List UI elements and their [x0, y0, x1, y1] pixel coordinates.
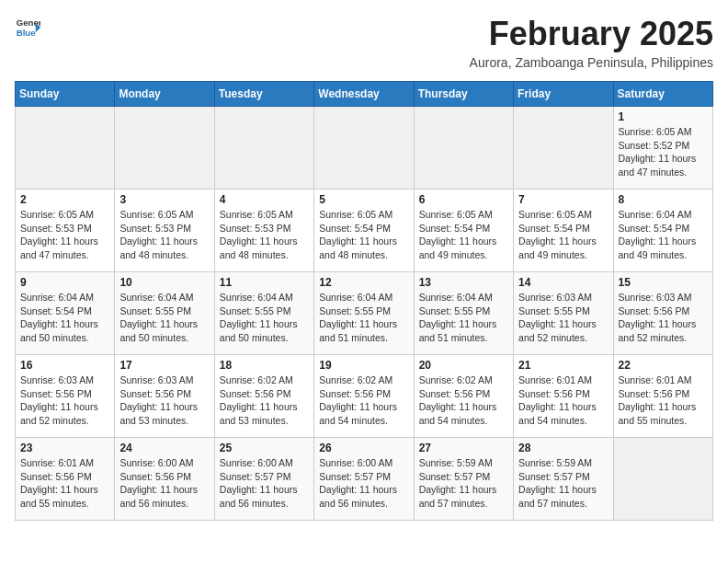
day-number: 22	[619, 359, 708, 372]
day-number: 1	[619, 110, 708, 123]
day-info: Sunrise: 6:03 AM Sunset: 5:55 PM Dayligh…	[518, 291, 608, 345]
calendar-day-cell	[115, 107, 214, 190]
calendar-day-cell: 3Sunrise: 6:05 AM Sunset: 5:53 PM Daylig…	[115, 190, 214, 272]
day-number: 4	[220, 193, 309, 206]
day-info: Sunrise: 6:05 AM Sunset: 5:53 PM Dayligh…	[20, 208, 109, 262]
calendar-day-cell: 5Sunrise: 6:05 AM Sunset: 5:54 PM Daylig…	[314, 190, 414, 272]
logo-icon: General Blue	[15, 15, 40, 40]
calendar-day-cell: 22Sunrise: 6:01 AM Sunset: 5:56 PM Dayli…	[613, 355, 712, 438]
day-number: 28	[518, 442, 608, 454]
day-info: Sunrise: 6:04 AM Sunset: 5:55 PM Dayligh…	[319, 291, 408, 345]
day-info: Sunrise: 6:03 AM Sunset: 5:56 PM Dayligh…	[20, 373, 109, 428]
calendar-day-cell	[314, 107, 414, 190]
day-info: Sunrise: 6:02 AM Sunset: 5:56 PM Dayligh…	[419, 373, 508, 428]
day-number: 16	[20, 359, 109, 372]
day-info: Sunrise: 6:03 AM Sunset: 5:56 PM Dayligh…	[119, 373, 209, 428]
day-of-week-header: Sunday	[16, 82, 115, 107]
page-header: General Blue February 2025 Aurora, Zambo…	[15, 15, 713, 70]
day-info: Sunrise: 6:05 AM Sunset: 5:53 PM Dayligh…	[220, 208, 309, 262]
location-subtitle: Aurora, Zamboanga Peninsula, Philippines	[470, 55, 713, 70]
logo: General Blue	[15, 15, 40, 40]
day-info: Sunrise: 6:04 AM Sunset: 5:54 PM Dayligh…	[20, 291, 109, 345]
calendar-week-row: 1Sunrise: 6:05 AM Sunset: 5:52 PM Daylig…	[16, 107, 713, 190]
day-number: 12	[319, 276, 408, 289]
calendar-week-row: 23Sunrise: 6:01 AM Sunset: 5:56 PM Dayli…	[16, 438, 713, 521]
calendar-day-cell: 12Sunrise: 6:04 AM Sunset: 5:55 PM Dayli…	[314, 272, 414, 355]
day-number: 8	[619, 193, 708, 206]
day-number: 14	[518, 276, 608, 289]
calendar-day-cell	[514, 107, 613, 190]
day-info: Sunrise: 6:05 AM Sunset: 5:53 PM Dayligh…	[119, 208, 209, 262]
day-number: 7	[518, 193, 608, 206]
calendar-day-cell: 2Sunrise: 6:05 AM Sunset: 5:53 PM Daylig…	[16, 190, 115, 272]
calendar-day-cell: 7Sunrise: 6:05 AM Sunset: 5:54 PM Daylig…	[514, 190, 613, 272]
day-of-week-header: Thursday	[414, 82, 513, 107]
calendar-day-cell: 16Sunrise: 6:03 AM Sunset: 5:56 PM Dayli…	[16, 355, 115, 438]
day-number: 27	[419, 442, 508, 454]
day-of-week-header: Wednesday	[314, 82, 414, 107]
day-info: Sunrise: 6:03 AM Sunset: 5:56 PM Dayligh…	[619, 291, 708, 345]
day-number: 9	[20, 276, 109, 289]
day-of-week-header: Tuesday	[214, 82, 313, 107]
calendar-day-cell: 24Sunrise: 6:00 AM Sunset: 5:56 PM Dayli…	[115, 438, 214, 521]
day-of-week-header: Monday	[115, 82, 214, 107]
day-number: 5	[319, 193, 408, 206]
svg-text:Blue: Blue	[17, 28, 36, 38]
day-number: 2	[20, 193, 109, 206]
calendar-day-cell: 11Sunrise: 6:04 AM Sunset: 5:55 PM Dayli…	[214, 272, 313, 355]
calendar-day-cell	[214, 107, 313, 190]
day-info: Sunrise: 6:04 AM Sunset: 5:54 PM Dayligh…	[619, 208, 708, 262]
day-info: Sunrise: 6:01 AM Sunset: 5:56 PM Dayligh…	[619, 373, 708, 428]
calendar-day-cell: 9Sunrise: 6:04 AM Sunset: 5:54 PM Daylig…	[16, 272, 115, 355]
day-info: Sunrise: 6:02 AM Sunset: 5:56 PM Dayligh…	[319, 373, 408, 428]
day-number: 20	[419, 359, 508, 372]
calendar-day-cell: 21Sunrise: 6:01 AM Sunset: 5:56 PM Dayli…	[514, 355, 613, 438]
calendar-day-cell	[414, 107, 513, 190]
calendar-day-cell: 28Sunrise: 5:59 AM Sunset: 5:57 PM Dayli…	[514, 438, 613, 521]
day-number: 21	[518, 359, 608, 372]
calendar-day-cell: 10Sunrise: 6:04 AM Sunset: 5:55 PM Dayli…	[115, 272, 214, 355]
day-number: 11	[220, 276, 309, 289]
calendar-day-cell: 6Sunrise: 6:05 AM Sunset: 5:54 PM Daylig…	[414, 190, 513, 272]
calendar-day-cell: 1Sunrise: 6:05 AM Sunset: 5:52 PM Daylig…	[613, 107, 712, 190]
calendar-day-cell: 15Sunrise: 6:03 AM Sunset: 5:56 PM Dayli…	[613, 272, 712, 355]
calendar-day-cell: 27Sunrise: 5:59 AM Sunset: 5:57 PM Dayli…	[414, 438, 513, 521]
calendar-week-row: 2Sunrise: 6:05 AM Sunset: 5:53 PM Daylig…	[16, 190, 713, 272]
day-number: 3	[119, 193, 209, 206]
day-of-week-header: Friday	[514, 82, 613, 107]
calendar-day-cell: 8Sunrise: 6:04 AM Sunset: 5:54 PM Daylig…	[613, 190, 712, 272]
day-info: Sunrise: 6:05 AM Sunset: 5:52 PM Dayligh…	[619, 125, 708, 179]
day-info: Sunrise: 6:04 AM Sunset: 5:55 PM Dayligh…	[419, 291, 508, 345]
day-info: Sunrise: 6:00 AM Sunset: 5:57 PM Dayligh…	[220, 456, 309, 511]
calendar-day-cell: 18Sunrise: 6:02 AM Sunset: 5:56 PM Dayli…	[214, 355, 313, 438]
day-number: 10	[119, 276, 209, 289]
day-number: 13	[419, 276, 508, 289]
calendar-day-cell: 14Sunrise: 6:03 AM Sunset: 5:55 PM Dayli…	[514, 272, 613, 355]
day-info: Sunrise: 6:05 AM Sunset: 5:54 PM Dayligh…	[419, 208, 508, 262]
day-number: 24	[119, 442, 209, 454]
day-info: Sunrise: 6:00 AM Sunset: 5:56 PM Dayligh…	[119, 456, 209, 511]
day-of-week-header: Saturday	[613, 82, 712, 107]
calendar-day-cell: 4Sunrise: 6:05 AM Sunset: 5:53 PM Daylig…	[214, 190, 313, 272]
title-section: February 2025 Aurora, Zamboanga Peninsul…	[470, 15, 713, 70]
day-info: Sunrise: 6:01 AM Sunset: 5:56 PM Dayligh…	[518, 373, 608, 428]
day-number: 6	[419, 193, 508, 206]
day-number: 17	[119, 359, 209, 372]
calendar-day-cell: 26Sunrise: 6:00 AM Sunset: 5:57 PM Dayli…	[314, 438, 414, 521]
day-info: Sunrise: 5:59 AM Sunset: 5:57 PM Dayligh…	[419, 456, 508, 511]
day-info: Sunrise: 5:59 AM Sunset: 5:57 PM Dayligh…	[518, 456, 608, 511]
day-info: Sunrise: 6:05 AM Sunset: 5:54 PM Dayligh…	[518, 208, 608, 262]
day-number: 25	[220, 442, 309, 454]
month-year-title: February 2025	[470, 15, 713, 53]
calendar-day-cell: 13Sunrise: 6:04 AM Sunset: 5:55 PM Dayli…	[414, 272, 513, 355]
calendar-week-row: 9Sunrise: 6:04 AM Sunset: 5:54 PM Daylig…	[16, 272, 713, 355]
calendar-day-cell: 17Sunrise: 6:03 AM Sunset: 5:56 PM Dayli…	[115, 355, 214, 438]
calendar-day-cell: 25Sunrise: 6:00 AM Sunset: 5:57 PM Dayli…	[214, 438, 313, 521]
calendar-day-cell: 19Sunrise: 6:02 AM Sunset: 5:56 PM Dayli…	[314, 355, 414, 438]
day-number: 18	[220, 359, 309, 372]
calendar-day-cell	[613, 438, 712, 521]
day-info: Sunrise: 6:00 AM Sunset: 5:57 PM Dayligh…	[319, 456, 408, 511]
day-number: 23	[20, 442, 109, 454]
day-number: 26	[319, 442, 408, 454]
day-number: 15	[619, 276, 708, 289]
